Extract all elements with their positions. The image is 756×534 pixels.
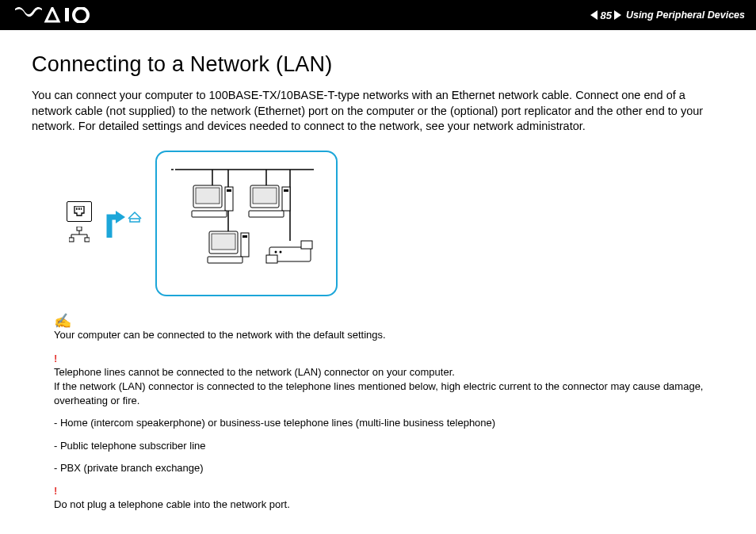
- svg-rect-15: [130, 219, 139, 222]
- svg-point-2: [74, 8, 88, 22]
- svg-rect-28: [253, 188, 277, 204]
- svg-point-41: [280, 250, 282, 253]
- svg-rect-1: [65, 8, 69, 21]
- svg-rect-23: [196, 188, 220, 204]
- warning1-item: Public telephone subscriber line: [54, 439, 724, 453]
- svg-rect-6: [81, 208, 82, 210]
- header-bar: 85 Using Peripheral Devices: [0, 0, 756, 30]
- network-figure: [67, 151, 724, 296]
- svg-rect-25: [227, 189, 231, 192]
- warning1-line1: Telephone lines cannot be connected to t…: [54, 366, 455, 378]
- warning-block-2: ! Do not plug a telephone cable into the…: [54, 485, 724, 512]
- ethernet-port-icon: [67, 201, 92, 222]
- network-diagram-box: [155, 151, 338, 296]
- page-nav: 85: [590, 10, 620, 21]
- svg-marker-14: [116, 211, 125, 223]
- svg-rect-30: [284, 189, 288, 192]
- page-number: 85: [600, 10, 611, 21]
- svg-rect-12: [69, 238, 74, 242]
- warning-block-1: ! Telephone lines cannot be connected to…: [54, 353, 724, 475]
- warning1-item: PBX (private branch exchange): [54, 461, 724, 475]
- warning1-item: Home (intercom speakerphone) or business…: [54, 416, 724, 430]
- svg-rect-38: [266, 255, 277, 263]
- warning2-text: Do not plug a telephone cable into the n…: [54, 498, 290, 510]
- note-icon: ✍: [54, 314, 724, 328]
- svg-rect-31: [249, 211, 284, 217]
- svg-point-40: [275, 250, 277, 253]
- svg-rect-39: [301, 241, 312, 249]
- lan-symbol-icon: [69, 227, 90, 246]
- svg-rect-13: [85, 238, 90, 242]
- page-content: Connecting to a Network (LAN) You can co…: [0, 30, 756, 534]
- svg-marker-0: [46, 8, 59, 21]
- svg-rect-4: [78, 208, 78, 210]
- note-text: Your computer can be connected to the ne…: [54, 329, 386, 341]
- svg-rect-3: [76, 208, 77, 210]
- arrow-plug-icon: [103, 206, 144, 241]
- svg-rect-26: [192, 211, 227, 217]
- intro-text: You can connect your computer to 100BASE…: [32, 88, 724, 135]
- prev-page-icon[interactable]: [590, 10, 598, 20]
- section-title: Using Peripheral Devices: [626, 10, 745, 21]
- next-page-icon[interactable]: [614, 10, 621, 20]
- warning1-line2: If the network (LAN) connector is connec…: [54, 380, 703, 406]
- svg-rect-36: [208, 257, 242, 263]
- warning-icon: !: [54, 353, 724, 365]
- svg-rect-33: [212, 234, 235, 250]
- svg-rect-5: [79, 208, 80, 210]
- vaio-logo: [14, 7, 100, 23]
- page-title: Connecting to a Network (LAN): [32, 52, 724, 77]
- warning-icon: !: [54, 485, 724, 498]
- note-block: ✍ Your computer can be connected to the …: [54, 314, 724, 342]
- svg-rect-7: [77, 227, 82, 231]
- svg-rect-35: [242, 235, 247, 238]
- warning1-list: Home (intercom speakerphone) or business…: [54, 416, 724, 475]
